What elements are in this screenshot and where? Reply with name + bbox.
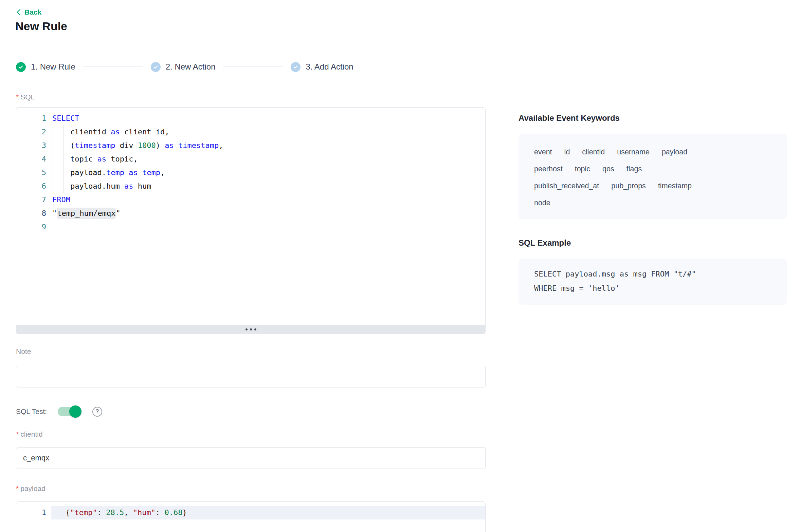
required-asterisk: * [16, 93, 19, 101]
keyword-row: publish_received_atpub_propstimestamp [534, 180, 772, 192]
line-number: 7 [16, 193, 51, 207]
clientid-field-label: *clientid [16, 430, 43, 438]
code-line-text: "temp_hum/emqx" [51, 207, 485, 220]
keyword-row: eventidclientidusernamepayload [534, 146, 772, 158]
new-rule-page: Back New Rule 1. New Rule2. New Action3.… [0, 0, 800, 532]
check-circle-icon [291, 62, 301, 72]
code-line: 5 payload.temp as temp, [16, 166, 485, 179]
line-number: 2 [16, 125, 51, 139]
code-line-text: payload.hum as hum [51, 179, 485, 193]
payload-editor: 1{"temp": 28.5, "hum": 0.68} [16, 501, 486, 532]
line-number: 3 [16, 139, 51, 152]
page-title: New Rule [15, 20, 67, 33]
keyword-timestamp[interactable]: timestamp [658, 180, 692, 192]
code-line: 4 topic as topic, [16, 152, 485, 166]
code-line-text [51, 220, 485, 234]
payload-code-area[interactable]: 1{"temp": 28.5, "hum": 0.68} [16, 502, 485, 532]
keyword-payload[interactable]: payload [662, 146, 687, 158]
code-line-text: clientid as client_id, [51, 125, 485, 139]
keywords-box: eventidclientidusernamepayloadpeerhostto… [519, 134, 787, 219]
line-number: 4 [16, 152, 51, 166]
step-2: 2. New Action [151, 62, 216, 72]
code-line: 1SELECT [16, 112, 485, 125]
step-3: 3. Add Action [291, 62, 353, 72]
payload-field-label: *payload [16, 484, 46, 493]
step-label: 3. Add Action [306, 62, 353, 72]
keyword-id[interactable]: id [564, 146, 570, 158]
line-number: 8 [16, 207, 51, 220]
check-circle-icon [16, 62, 26, 72]
code-line-text: payload.temp as temp, [51, 166, 485, 179]
back-link[interactable]: Back [16, 8, 41, 16]
keywords-title: Available Event Keywords [519, 113, 620, 123]
line-number: 1 [16, 506, 51, 519]
code-line-text: {"temp": 28.5, "hum": 0.68} [51, 506, 485, 519]
toggle-knob [69, 405, 81, 418]
sql-example-box: SELECT payload.msg as msg FROM "t/#" WHE… [519, 259, 787, 305]
keyword-row: node [534, 197, 772, 209]
step-label: 1. New Rule [31, 62, 75, 72]
back-label: Back [24, 8, 41, 16]
steps-bar: 1. New Rule2. New Action3. Add Action [16, 61, 353, 73]
editor-resize-handle[interactable] [16, 325, 485, 334]
sql-test-toggle[interactable] [58, 407, 81, 416]
check-circle-icon [151, 62, 161, 72]
note-input[interactable] [16, 366, 486, 387]
line-number: 6 [16, 179, 51, 193]
code-line: 9 [16, 220, 485, 234]
code-line-text: FROM [51, 193, 485, 207]
keyword-clientid[interactable]: clientid [582, 146, 605, 158]
drag-dots-icon [246, 328, 248, 330]
keyword-row: peerhosttopicqosflags [534, 163, 772, 175]
line-number: 9 [16, 220, 51, 234]
keyword-publish_received_at[interactable]: publish_received_at [534, 180, 599, 192]
indent-guide [63, 125, 64, 193]
code-line-text: topic as topic, [51, 152, 485, 166]
keyword-peerhost[interactable]: peerhost [534, 163, 563, 175]
step-label: 2. New Action [166, 62, 216, 72]
code-line: 7FROM [16, 193, 485, 207]
code-line: 2 clientid as client_id, [16, 125, 485, 139]
code-line-text: SELECT [51, 112, 485, 125]
code-line: 3 (timestamp div 1000) as timestamp, [16, 139, 485, 152]
chevron-left-icon [16, 8, 22, 16]
sql-test-row: SQL Test: [16, 406, 102, 417]
sql-example-line: SELECT payload.msg as msg FROM "t/#" [534, 267, 771, 281]
code-line: 8"temp_hum/emqx" [16, 207, 485, 220]
keyword-event[interactable]: event [534, 146, 552, 158]
line-number: 1 [16, 112, 51, 125]
sql-field-label: *SQL [16, 93, 35, 101]
note-field-label: Note [16, 347, 31, 356]
keyword-pub_props[interactable]: pub_props [611, 180, 646, 192]
question-circle-icon[interactable] [92, 407, 102, 417]
sql-code-area[interactable]: 1SELECT2 clientid as client_id,3 (timest… [16, 108, 485, 325]
keyword-qos[interactable]: qos [602, 163, 614, 175]
sql-example-title: SQL Example [519, 238, 571, 248]
step-connector [223, 66, 283, 67]
sql-test-label: SQL Test: [16, 407, 47, 416]
sql-example-line: WHERE msg = 'hello' [534, 281, 771, 296]
line-number: 5 [16, 166, 51, 179]
keyword-username[interactable]: username [617, 146, 650, 158]
clientid-input[interactable] [16, 447, 486, 469]
code-line-text: (timestamp div 1000) as timestamp, [51, 139, 485, 152]
step-connector [83, 66, 143, 67]
keyword-node[interactable]: node [534, 197, 550, 209]
keyword-flags[interactable]: flags [626, 163, 642, 175]
step-1: 1. New Rule [16, 62, 75, 72]
code-line: 6 payload.hum as hum [16, 179, 485, 193]
sql-editor: 1SELECT2 clientid as client_id,3 (timest… [16, 107, 486, 334]
keyword-topic[interactable]: topic [575, 163, 590, 175]
code-line: 1{"temp": 28.5, "hum": 0.68} [16, 506, 485, 519]
indent-guide [53, 125, 53, 193]
